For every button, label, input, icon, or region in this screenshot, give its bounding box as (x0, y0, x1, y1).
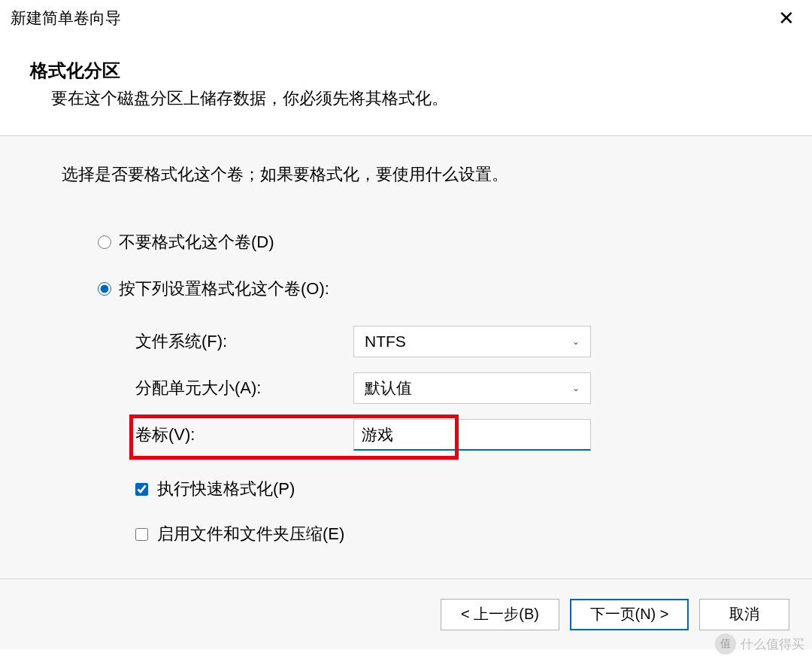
radio-format-label: 按下列设置格式化这个卷(O): (119, 278, 329, 300)
allocation-value: 默认值 (365, 378, 412, 399)
radio-group: 不要格式化这个卷(D) 按下列设置格式化这个卷(O): 文件系统(F): NTF… (98, 231, 770, 545)
instruction-text: 选择是否要格式化这个卷；如果要格式化，要使用什么设置。 (62, 163, 770, 186)
format-settings: 文件系统(F): NTFS ⌄ 分配单元大小(A): 默认值 ⌄ 卷标(V): (135, 324, 770, 545)
wizard-header: 格式化分区 要在这个磁盘分区上储存数据，你必须先将其格式化。 (0, 36, 812, 135)
watermark-text: 什么值得买 (741, 636, 804, 653)
titlebar: 新建简单卷向导 ✕ (0, 0, 812, 36)
close-icon[interactable]: ✕ (771, 8, 801, 28)
filesystem-value: NTFS (365, 333, 406, 351)
allocation-label: 分配单元大小(A): (135, 377, 353, 399)
back-button[interactable]: < 上一步(B) (441, 599, 559, 630)
quick-format-input[interactable] (135, 483, 148, 496)
page-title: 格式化分区 (30, 59, 782, 83)
chevron-down-icon: ⌄ (572, 336, 580, 347)
filesystem-label: 文件系统(F): (135, 330, 353, 353)
allocation-select[interactable]: 默认值 ⌄ (353, 372, 591, 404)
compression-input[interactable] (135, 528, 148, 541)
watermark-icon: 值 (715, 633, 736, 654)
volume-label-row: 卷标(V): (135, 418, 770, 452)
filesystem-row: 文件系统(F): NTFS ⌄ (135, 324, 770, 359)
quick-format-checkbox[interactable]: 执行快速格式化(P) (135, 478, 770, 500)
filesystem-select[interactable]: NTFS ⌄ (353, 326, 591, 357)
volume-label-input[interactable] (353, 419, 591, 451)
allocation-row: 分配单元大小(A): 默认值 ⌄ (135, 371, 770, 405)
wizard-footer: < 上一步(B) 下一页(N) > 取消 (0, 578, 812, 649)
next-button[interactable]: 下一页(N) > (570, 599, 689, 630)
quick-format-label: 执行快速格式化(P) (157, 478, 295, 500)
compression-label: 启用文件和文件夹压缩(E) (157, 523, 344, 545)
window-title: 新建简单卷向导 (11, 8, 121, 29)
radio-no-format-label: 不要格式化这个卷(D) (119, 231, 274, 254)
cancel-button[interactable]: 取消 (699, 599, 789, 630)
chevron-down-icon: ⌄ (572, 383, 580, 393)
radio-format[interactable]: 按下列设置格式化这个卷(O): (98, 278, 770, 300)
radio-no-format[interactable]: 不要格式化这个卷(D) (98, 231, 770, 254)
watermark: 值 什么值得买 (715, 633, 804, 654)
page-subtitle: 要在这个磁盘分区上储存数据，你必须先将其格式化。 (51, 87, 782, 110)
checkbox-area: 执行快速格式化(P) 启用文件和文件夹压缩(E) (135, 478, 770, 545)
wizard-content: 选择是否要格式化这个卷；如果要格式化，要使用什么设置。 不要格式化这个卷(D) … (0, 136, 812, 578)
compression-checkbox[interactable]: 启用文件和文件夹压缩(E) (135, 523, 770, 545)
radio-format-input[interactable] (98, 282, 111, 296)
radio-no-format-input[interactable] (98, 235, 111, 249)
volume-label-label: 卷标(V): (135, 424, 353, 446)
